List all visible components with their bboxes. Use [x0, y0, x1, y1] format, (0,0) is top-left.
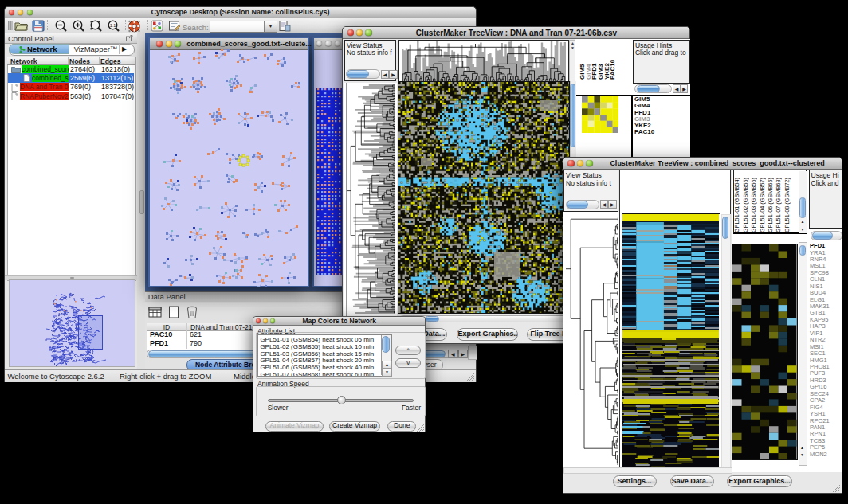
svg-text:1:1: 1:1 [109, 22, 116, 27]
